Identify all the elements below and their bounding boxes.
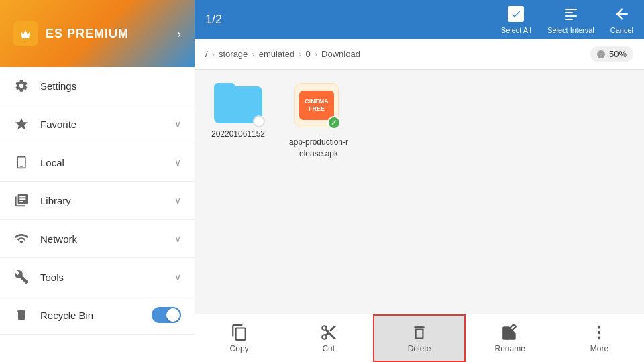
bottom-toolbar: Copy Cut Delete [195,314,644,362]
sidebar-item-settings[interactable]: Settings [0,67,195,105]
svg-rect-4 [565,15,577,17]
toggle-knob [166,308,180,322]
more-label: More [590,344,608,353]
apk-check-icon: ✓ [327,116,341,129]
cut-icon [320,324,337,341]
more-icon [590,324,608,341]
tools-icon [13,269,30,285]
breadcrumb-root[interactable]: / [205,49,208,59]
header-chevron-icon: › [177,27,181,41]
breadcrumb-sep-2: › [252,49,254,59]
cut-button[interactable]: Cut [284,314,373,362]
cancel-label: Cancel [610,26,633,34]
breadcrumb-emulated[interactable]: emulated [259,49,294,59]
rename-label: Rename [495,344,525,353]
sidebar-item-network[interactable]: Network ∨ [0,220,195,258]
library-chevron-icon: ∨ [174,195,181,206]
library-icon [13,192,30,208]
local-chevron-icon: ∨ [174,157,181,168]
breadcrumb-sep-1: › [212,49,215,59]
main-content: 1/2 Select All [195,0,644,362]
network-label: Network [40,233,164,245]
svg-rect-5 [565,19,573,20]
sidebar-item-tools[interactable]: Tools ∨ [0,258,195,296]
premium-header[interactable]: ES PREMIUM › [0,0,195,67]
local-label: Local [40,157,164,168]
network-chevron-icon: ∨ [174,233,181,244]
tools-chevron-icon: ∨ [174,272,181,282]
settings-label: Settings [40,80,181,92]
apk-icon: CINEMAFREE ✓ [294,83,343,131]
breadcrumb-storage[interactable]: storage [219,49,248,59]
favorite-chevron-icon: ∨ [174,119,181,129]
folder-icon [214,83,262,123]
svg-point-8 [598,326,600,328]
delete-icon [411,324,428,341]
premium-title: ES PREMIUM [46,27,169,41]
recycle-bin-icon [13,307,30,323]
more-button[interactable]: More [555,314,644,362]
breadcrumb-sep-3: › [299,49,301,59]
library-label: Library [40,195,164,206]
delete-button[interactable]: Delete [373,314,465,362]
select-interval-button[interactable]: Select Interval [547,5,594,34]
copy-button[interactable]: Copy [195,314,284,362]
sidebar-item-favorite[interactable]: Favorite ∨ [0,105,195,143]
storage-dot-icon [597,50,605,58]
svg-point-9 [598,330,600,333]
select-interval-label: Select Interval [547,26,594,34]
breadcrumb: / › storage › emulated › 0 › Download 50… [195,39,644,70]
select-all-button[interactable]: Select All [501,5,531,34]
file-item-folder[interactable]: 202201061152 [208,83,268,140]
sidebar-item-recycle-bin[interactable]: Recycle Bin [0,296,195,335]
folder-select-dot [253,115,265,127]
favorite-icon [13,116,30,132]
favorite-label: Favorite [40,119,164,130]
apk-ticket-icon: CINEMAFREE [299,90,334,120]
breadcrumb-0[interactable]: 0 [306,49,311,59]
topbar: 1/2 Select All [195,0,644,39]
settings-icon [13,78,30,94]
storage-badge: 50% [590,46,633,62]
cut-label: Cut [322,344,335,353]
select-all-label: Select All [501,26,531,34]
copy-icon [231,324,248,341]
recycle-bin-toggle[interactable] [152,307,181,323]
file-item-apk[interactable]: CINEMAFREE ✓ app-production-release.apk [288,83,349,160]
rename-button[interactable]: Rename [466,314,555,362]
breadcrumb-download[interactable]: Download [321,49,360,59]
svg-rect-2 [565,9,577,10]
sidebar-item-library[interactable]: Library ∨ [0,182,195,220]
svg-point-10 [598,336,600,339]
cancel-icon [612,5,631,23]
topbar-actions: Select All Select Interval [501,5,633,34]
sidebar: ES PREMIUM › Settings Favorite ∨ Local [0,0,195,362]
cancel-button[interactable]: Cancel [610,5,633,34]
rename-icon [501,324,519,341]
sidebar-item-local[interactable]: Local ∨ [0,143,195,182]
breadcrumb-sep-4: › [315,49,317,59]
apk-bg: CINEMAFREE ✓ [294,83,339,127]
apk-name: app-production-release.apk [288,137,349,160]
folder-name: 202201061152 [211,129,265,140]
selection-count: 1/2 [205,13,222,27]
tools-label: Tools [40,272,164,283]
select-interval-icon [561,5,580,23]
svg-rect-1 [20,166,23,167]
select-all-icon [506,5,525,23]
copy-label: Copy [230,344,249,353]
crown-icon [13,21,38,46]
delete-label: Delete [408,344,431,353]
storage-percent: 50% [609,49,627,59]
local-icon [13,154,30,170]
svg-rect-3 [565,12,573,13]
recycle-bin-label: Recycle Bin [40,310,141,321]
network-icon [13,231,30,247]
file-area: 202201061152 CINEMAFREE ✓ app-production… [195,70,644,314]
